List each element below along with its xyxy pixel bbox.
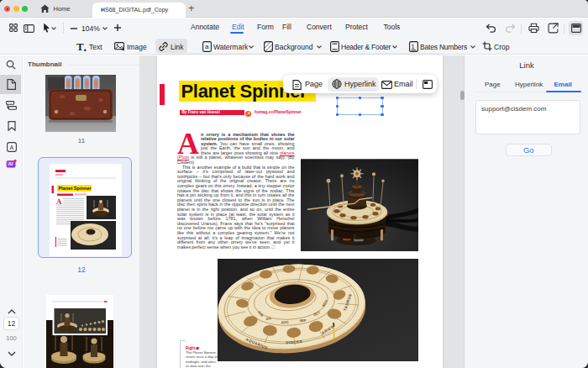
svg-text:a: a	[205, 43, 209, 50]
svg-text:1: 1	[411, 43, 414, 50]
svg-text:Planet Spinner: Planet Spinner	[59, 186, 92, 191]
svg-text:AI: AI	[8, 161, 13, 166]
svg-text:AUG: AUG	[281, 319, 288, 324]
svg-text:JUL: JUL	[265, 316, 272, 321]
svg-text:SEP: SEP	[299, 318, 307, 323]
svg-text:A: A	[9, 144, 13, 150]
svg-text:T: T	[76, 41, 84, 52]
